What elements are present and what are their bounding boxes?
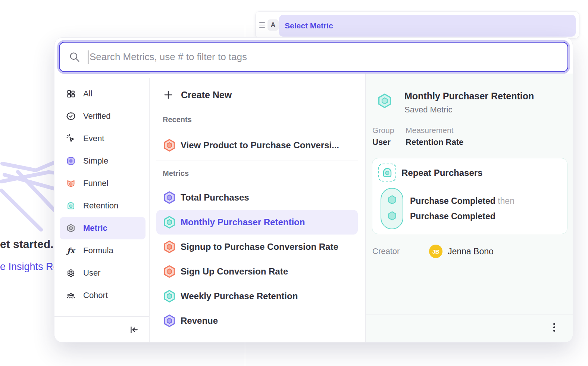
sidebar-item-label: Metric [83,223,107,233]
list-item-label: Monthly Purchaser Retention [181,217,305,227]
list-item-metric[interactable]: Total Purchases [156,185,358,210]
metric-hexagon-orange-icon [163,240,176,254]
sidebar-item-label: Funnel [83,179,108,188]
select-metric-button[interactable]: Select Metric [279,15,576,37]
metric-hexagon-icon [66,224,75,233]
metric-hexagon-orange-icon [163,265,176,278]
metrics-section-header: Metrics [150,169,365,178]
filter-sidebar: All Verified Event [54,78,150,342]
step-connector: then [498,196,514,206]
creator-label: Creator [372,246,400,256]
list-item-metric[interactable]: Weekly Purchase Retention [156,284,358,308]
detail-subtitle: Saved Metric [404,105,452,115]
collapse-left-icon [129,325,139,335]
list-item-label: View Product to Purchase Conversi... [181,140,339,151]
sidebar-item-simple[interactable]: Simple [60,150,146,172]
badge-check-icon [66,112,75,121]
metric-list-panel: Create New Recents View Product to Purch… [150,74,365,342]
grid-icon [66,89,75,98]
search-placeholder: Search Metrics, use # to filter to tags [90,51,247,63]
sidebar-item-label: Simple [83,156,108,166]
cohort-icon [66,291,75,300]
create-new-button[interactable]: Create New [150,86,365,103]
list-item-label: Total Purchases [181,192,249,203]
metric-picker-dialog: Search Metrics, use # to filter to tags … [54,37,573,342]
list-item-recent[interactable]: View Product to Purchase Conversi... [156,133,358,158]
retention-definition-icon [378,164,396,182]
measurement-label: Measurement [406,126,463,135]
group-label: Group [372,126,394,135]
sidebar-item-label: User [83,268,100,278]
list-item-label: Signup to Purchase Conversion Rate [181,242,338,252]
sidebar-item-formula[interactable]: ƒx Formula [60,239,146,262]
background-link[interactable]: e Insights Re [0,261,59,273]
create-new-label: Create New [181,90,232,100]
detail-footer-divider [366,314,573,314]
sidebar-item-cohort[interactable]: Cohort [60,284,146,307]
sidebar-item-label: Formula [83,246,113,255]
list-item-label: Weekly Purchase Retention [181,291,298,301]
sidebar-item-label: Verified [83,111,110,121]
measurement-value: Retention Rate [406,137,463,147]
more-options-button[interactable] [547,319,562,335]
metric-row-bar: A Select Metric [255,11,579,38]
step-sequence-pill [381,188,403,229]
step-1-event: Purchase Completed [410,196,495,206]
sidebar-item-retention[interactable]: Retention [60,195,146,217]
funnel-icon [66,179,75,188]
list-item-metric[interactable]: Revenue [156,308,358,333]
background-heading: et started. [0,238,53,251]
event-hexagon-icon [387,211,397,221]
search-icon [69,52,80,63]
kebab-icon [553,323,555,325]
retention-icon [66,201,75,210]
detail-title: Monthly Purchaser Retention [404,91,534,102]
sidebar-item-label: Cohort [83,291,108,300]
metric-hexagon-teal-icon [163,215,176,229]
sidebar-item-metric[interactable]: Metric [60,217,146,239]
text-cursor [88,50,88,64]
sidebar-item-label: Retention [83,201,118,211]
list-item-label: Revenue [181,316,218,326]
sidebar-item-event[interactable]: Event [60,127,146,150]
select-metric-label: Select Metric [285,21,333,30]
creator-avatar: JB [429,245,442,258]
definition-step-2: Purchase Completed [410,211,495,221]
sidebar-item-verified[interactable]: Verified [60,105,146,127]
group-meta: Group User [372,126,394,147]
sidebar-item-label: All [83,89,92,99]
drag-handle-icon[interactable] [259,22,265,28]
sidebar-item-user[interactable]: User [60,262,146,284]
plus-icon [163,90,173,100]
metric-definition-card: Repeat Purchasers Purchase Completed the… [372,158,567,234]
definition-step-1: Purchase Completed then [410,196,514,206]
metric-hexagon-purple-icon [163,314,176,328]
metric-detail-panel: Monthly Purchaser Retention Saved Metric… [365,74,573,342]
event-hexagon-icon [387,195,397,205]
simple-metric-icon [66,156,75,165]
creator-name: Jenna Bono [448,246,494,257]
collapse-sidebar-button[interactable] [54,317,149,342]
sidebar-item-funnel[interactable]: Funnel [60,172,146,195]
formula-icon: ƒx [66,246,75,255]
user-cluster-icon [66,269,75,277]
list-item-metric[interactable]: Signup to Purchase Conversion Rate [156,235,358,259]
list-item-label: Sign Up Conversion Rate [181,266,288,277]
recents-section-header: Recents [150,115,365,124]
group-value: User [372,137,394,147]
section-divider [156,161,358,161]
definition-name: Repeat Purchasers [401,168,482,178]
sidebar-item-label: Event [83,134,104,143]
metric-hexagon-teal-icon [163,289,176,303]
metric-hexagon-orange-icon [163,139,176,152]
list-item-metric-selected[interactable]: Monthly Purchaser Retention [156,210,358,235]
search-input[interactable]: Search Metrics, use # to filter to tags [59,42,568,72]
cursor-click-icon [66,134,75,143]
row-letter-badge: A [268,19,279,31]
list-item-metric[interactable]: Sign Up Conversion Rate [156,259,358,284]
measurement-meta: Measurement Retention Rate [406,126,463,147]
metric-hexagon-teal-icon [377,93,392,109]
sidebar-item-all[interactable]: All [60,83,146,105]
metric-hexagon-purple-icon [163,191,176,204]
